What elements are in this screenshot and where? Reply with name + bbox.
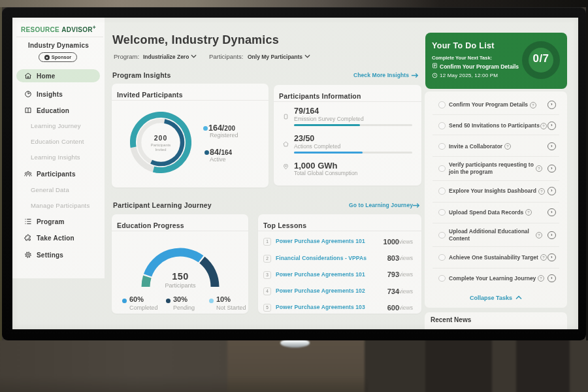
svg-text:Invited: Invited [155, 148, 166, 152]
svg-text:200: 200 [154, 134, 168, 142]
svg-text:Participants: Participants [151, 143, 171, 147]
